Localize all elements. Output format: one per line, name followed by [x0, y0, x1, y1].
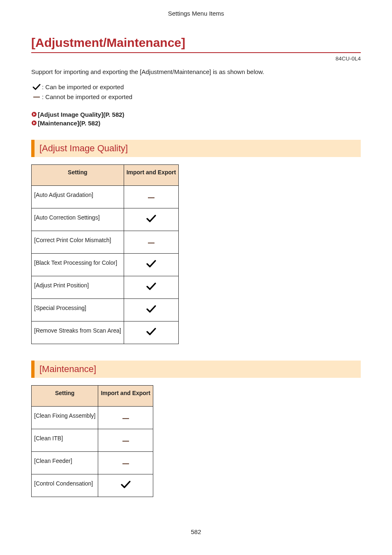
setting-label: [Remove Streaks from Scan Area] [32, 321, 124, 344]
table-row: [Correct Print Color Mismatch] [32, 231, 179, 253]
setting-label: [Auto Correction Settings] [32, 208, 124, 231]
table-row: [Special Processing] [32, 298, 179, 321]
dash-icon [124, 231, 179, 253]
settings-table: SettingImport and Export[Auto Adjust Gra… [31, 164, 179, 344]
setting-label: [Control Condensation] [32, 474, 98, 497]
check-icon [31, 84, 42, 90]
dash-icon [124, 185, 179, 208]
section-heading: [Adjust Image Quality] [31, 140, 361, 157]
section-heading: [Maintenance] [31, 361, 361, 378]
table-row: [Clean ITB] [32, 429, 153, 451]
dash-icon [98, 451, 153, 474]
setting-label: [Correct Print Color Mismatch] [32, 231, 124, 253]
table-row: [Clean Feeder] [32, 451, 153, 474]
col-setting: Setting [32, 385, 98, 406]
settings-table: SettingImport and Export[Clean Fixing As… [31, 385, 153, 497]
toc-link[interactable]: [Maintenance](P. 582) [31, 119, 361, 127]
table-row: [Black Text Processing for Color] [32, 253, 179, 276]
legend-cannot-text: : Cannot be imported or exported [42, 92, 132, 102]
table-row: [Adjust Print Position] [32, 276, 179, 298]
legend-row-can: : Can be imported or exported [31, 82, 361, 92]
dash-icon [98, 429, 153, 451]
intro-paragraph: Support for importing and exporting the … [31, 67, 361, 76]
title-rule [31, 52, 361, 53]
toc-links: [Adjust Image Quality](P. 582) [Maintena… [31, 110, 361, 127]
table-row: [Auto Adjust Gradation] [32, 185, 179, 208]
legend: : Can be imported or exported : Cannot b… [31, 82, 361, 102]
bullet-icon [31, 120, 37, 126]
legend-row-cannot: : Cannot be imported or exported [31, 92, 361, 102]
col-export: Import and Export [98, 385, 153, 406]
toc-link-text: [Maintenance](P. 582) [38, 119, 100, 127]
setting-label: [Adjust Print Position] [32, 276, 124, 298]
dash-icon [98, 406, 153, 429]
setting-label: [Clean ITB] [32, 429, 98, 451]
check-icon [124, 298, 179, 321]
check-icon [124, 253, 179, 276]
document-id: 84CU-0L4 [31, 56, 361, 62]
toc-link-text: [Adjust Image Quality](P. 582) [38, 110, 125, 119]
header-breadcrumb: Settings Menu Items [31, 10, 361, 17]
check-icon [124, 321, 179, 344]
setting-label: [Black Text Processing for Color] [32, 253, 124, 276]
dash-icon [31, 96, 42, 98]
toc-link[interactable]: [Adjust Image Quality](P. 582) [31, 110, 361, 119]
check-icon [124, 276, 179, 298]
check-icon [124, 208, 179, 231]
col-export: Import and Export [124, 164, 179, 185]
bullet-icon [31, 111, 37, 117]
col-setting: Setting [32, 164, 124, 185]
table-row: [Remove Streaks from Scan Area] [32, 321, 179, 344]
setting-label: [Clean Feeder] [32, 451, 98, 474]
table-row: [Auto Correction Settings] [32, 208, 179, 231]
setting-label: [Clean Fixing Assembly] [32, 406, 98, 429]
table-row: [Control Condensation] [32, 474, 153, 497]
check-icon [98, 474, 153, 497]
legend-can-text: : Can be imported or exported [42, 82, 124, 92]
setting-label: [Special Processing] [32, 298, 124, 321]
page-title: [Adjustment/Maintenance] [31, 36, 361, 50]
setting-label: [Auto Adjust Gradation] [32, 185, 124, 208]
page-number: 582 [0, 528, 392, 535]
table-row: [Clean Fixing Assembly] [32, 406, 153, 429]
